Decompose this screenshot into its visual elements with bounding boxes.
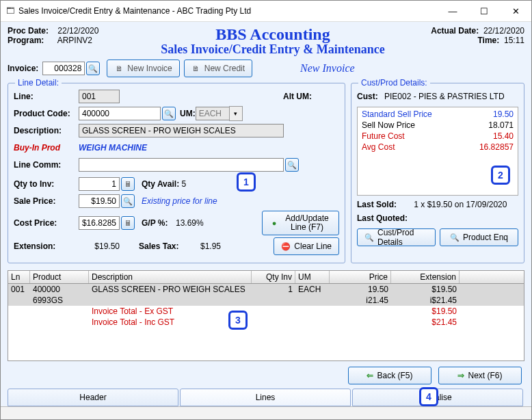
titlebar: 🗔 Sales Invoice/Credit Entry & Maintenan… — [1, 1, 531, 22]
new-credit-button[interactable]: 🗎New Credit — [184, 60, 252, 77]
status-bar — [1, 406, 531, 419]
price-row: Avg Cost16.82857 — [362, 142, 514, 152]
description-label: Description: — [14, 126, 79, 135]
callout-marker-2: 2 — [491, 166, 510, 185]
callout-marker-1: 1 — [237, 172, 256, 192]
line-label: Line: — [14, 92, 79, 101]
product-search-icon[interactable]: 🔍 — [162, 107, 176, 120]
gp-label: G/P %: — [142, 218, 176, 228]
sale-price-search-icon[interactable]: 🔍 — [121, 194, 135, 208]
line-no-field: 001 — [79, 90, 120, 103]
grid-header-qty[interactable]: Qty Inv — [252, 271, 295, 283]
product-code-label: Product Code: — [14, 109, 79, 118]
grid-header-description[interactable]: Description — [89, 271, 252, 283]
maximize-button[interactable]: ☐ — [468, 1, 500, 21]
invoice-input[interactable]: 000328 — [42, 62, 85, 75]
price-row: Future Cost15.40 — [362, 131, 514, 141]
next-button[interactable]: ⇒Next (F6) — [438, 367, 522, 384]
qty-input[interactable]: 1 — [79, 177, 120, 191]
callout-marker-4: 4 — [419, 387, 438, 406]
gp-value: 13.69% — [176, 218, 204, 228]
cost-price-label: Cost Price: — [14, 218, 79, 228]
arrow-right-icon: ⇒ — [457, 371, 464, 380]
grid-row[interactable]: 001 400000 GLASS SCREEN - PRO WEIGH SCAL… — [8, 284, 524, 295]
buyin-label: Buy-In Prod — [14, 143, 79, 153]
price-row: Standard Sell Price19.50 — [362, 109, 514, 119]
grid-row[interactable]: 6993GS i21.45 i$21.45 — [8, 295, 524, 306]
description-field: GLASS SCREEN - PRO WEIGH SCALES — [79, 124, 284, 137]
search-icon: 🔍 — [364, 233, 374, 242]
sale-price-label: Sale Price: — [14, 196, 79, 206]
sales-tax-value: $1.95 — [187, 241, 221, 251]
qty-avail-label: Qty Avail: — [142, 179, 179, 189]
clear-icon: ⛔ — [281, 241, 291, 251]
qty-calc-icon[interactable]: 🖩 — [121, 177, 135, 191]
extension-label: Extension: — [14, 241, 79, 251]
time-label: Time: — [478, 36, 500, 45]
extension-value: $19.50 — [79, 241, 120, 251]
line-detail-panel: Line Detail: Line: 001 Alt UM: Product C… — [8, 83, 345, 263]
mode-label: New Invoice — [300, 62, 355, 75]
program-label: Program: — [8, 36, 55, 45]
um-dropdown-icon[interactable]: ▾ — [229, 106, 243, 121]
document-icon: 🗎 — [191, 64, 201, 73]
brand-title: BBS Accounting — [144, 26, 401, 42]
grid-header-product[interactable]: Product — [30, 271, 89, 283]
cost-price-input[interactable]: $16.8285 — [79, 216, 120, 230]
grid-header-ln[interactable]: Ln — [8, 271, 30, 283]
cust-prod-details-button[interactable]: 🔍Cust/Prod Details — [357, 228, 436, 246]
clear-line-button[interactable]: ⛔Clear Line — [274, 237, 339, 255]
tab-lines[interactable]: Lines — [180, 389, 351, 406]
um-field: EACH — [196, 107, 230, 120]
um-label: UM: — [180, 109, 196, 118]
invoice-search-icon[interactable]: 🔍 — [86, 62, 100, 75]
line-detail-legend: Line Detail: — [15, 78, 62, 88]
brand-subtitle: Sales Invoice/Credit Entry & Maintenance — [144, 42, 401, 57]
app-icon: 🗔 — [6, 6, 14, 16]
program-value: ARPINV2 — [57, 36, 92, 45]
back-button[interactable]: ⇐Back (F5) — [348, 367, 431, 384]
grid-row[interactable]: Invoice Total - Inc GST $21.45 — [8, 317, 524, 328]
last-sold-value: 1 x $19.50 on 17/09/2020 — [414, 200, 507, 209]
grid-header-price[interactable]: Price — [330, 271, 391, 283]
existing-price-label: Existing price for line — [142, 196, 217, 206]
price-row: Sell Now Price18.071 — [362, 120, 514, 130]
grid-row[interactable]: Invoice Total - Ex GST $19.50 — [8, 306, 524, 317]
proc-date-value: 22/12/2020 — [57, 26, 98, 36]
qty-avail-value: 5 — [181, 179, 186, 189]
lines-grid: Ln Product Description Qty Inv UM Price … — [8, 270, 524, 361]
tab-header[interactable]: Header — [8, 389, 178, 406]
grid-header-um[interactable]: UM — [295, 271, 330, 283]
add-icon: ● — [269, 218, 279, 228]
search-icon: 🔍 — [450, 233, 460, 242]
last-sold-label: Last Sold: — [357, 200, 412, 209]
cust-prod-legend: Cust/Prod Details: — [358, 78, 430, 88]
time-value: 15:11 — [504, 36, 524, 45]
cust-label: Cust: — [357, 92, 384, 101]
add-update-line-button[interactable]: ●Add/Update Line (F7) — [262, 211, 339, 235]
cust-prod-panel: Cust/Prod Details: Cust: PIE002 - PIES &… — [351, 83, 524, 263]
line-comm-label: Line Comm: — [14, 160, 79, 170]
alt-um-label: Alt UM: — [283, 92, 312, 101]
sales-tax-label: Sales Tax: — [139, 241, 187, 251]
line-comm-search-icon[interactable]: 🔍 — [285, 158, 299, 172]
sale-price-input[interactable]: $19.50 — [79, 194, 120, 208]
buyin-value: WEIGH MACHINE — [79, 143, 147, 153]
cust-value: PIE002 - PIES & PASTRIES LTD — [384, 92, 505, 101]
minimize-button[interactable]: — — [437, 1, 468, 21]
new-invoice-button[interactable]: 🗎New Invoice — [107, 60, 179, 77]
close-button[interactable]: ✕ — [500, 1, 531, 21]
arrow-left-icon: ⇐ — [367, 371, 373, 380]
actual-date-value: 22/12/2020 — [483, 26, 524, 36]
proc-date-label: Proc Date: — [8, 26, 55, 36]
callout-marker-3: 3 — [228, 311, 248, 330]
line-comm-input[interactable] — [79, 158, 284, 172]
grid-header-ext[interactable]: Extension — [391, 271, 460, 283]
cost-calc-icon[interactable]: 🖩 — [121, 216, 135, 230]
window-title: Sales Invoice/Credit Entry & Maintenance… — [18, 6, 437, 16]
actual-date-label: Actual Date: — [431, 26, 479, 36]
product-code-input[interactable]: 400000 — [79, 107, 161, 120]
product-enq-button[interactable]: 🔍Product Enq — [440, 228, 518, 246]
qty-label: Qty to Inv: — [14, 179, 79, 189]
document-icon: 🗎 — [114, 64, 124, 73]
